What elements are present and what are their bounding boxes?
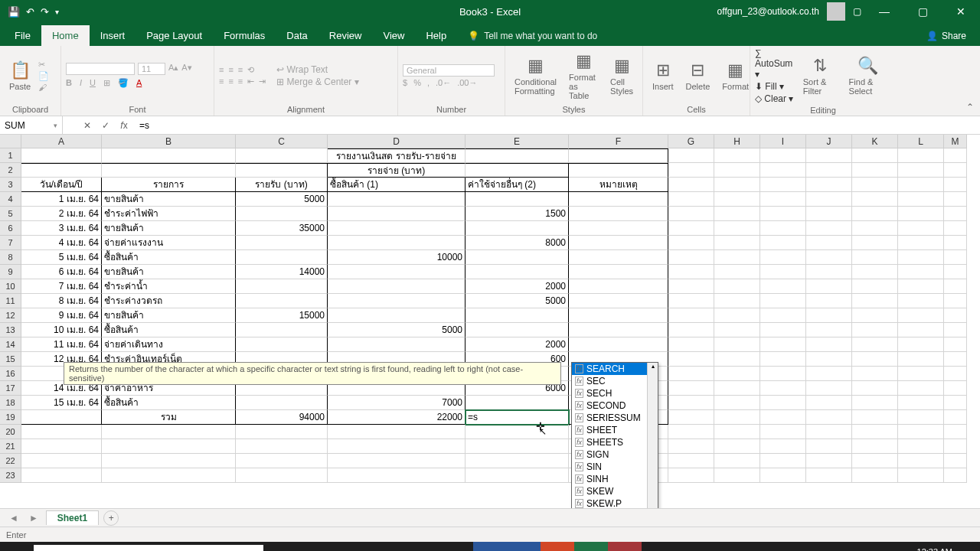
cell[interactable] bbox=[760, 396, 806, 410]
cell[interactable] bbox=[714, 207, 760, 221]
cell[interactable]: 10000 bbox=[328, 250, 466, 265]
cell[interactable] bbox=[852, 454, 898, 468]
delete-cells-button[interactable]: ⊟Delete bbox=[681, 59, 715, 93]
cell[interactable] bbox=[668, 221, 714, 236]
cell[interactable] bbox=[668, 425, 714, 439]
cell[interactable] bbox=[806, 207, 852, 221]
cell[interactable] bbox=[944, 148, 967, 163]
undo-icon[interactable]: ↶ bbox=[26, 6, 34, 18]
cell[interactable] bbox=[668, 294, 714, 308]
cell[interactable] bbox=[466, 425, 569, 439]
cell[interactable]: จ่ายค่าแรงงาน bbox=[102, 236, 236, 250]
cell[interactable] bbox=[102, 468, 236, 483]
cell[interactable] bbox=[714, 396, 760, 410]
cell[interactable] bbox=[466, 265, 569, 279]
cell[interactable] bbox=[852, 352, 898, 367]
cut-icon[interactable]: ✂ bbox=[38, 60, 49, 70]
cell[interactable] bbox=[466, 323, 569, 337]
row-header[interactable]: 12 bbox=[0, 308, 21, 323]
format-table-button[interactable]: ▦Format as Table bbox=[564, 50, 603, 102]
cell[interactable]: ชำระค่างวดรถ bbox=[102, 294, 236, 308]
cell[interactable] bbox=[714, 454, 760, 468]
row-header[interactable]: 13 bbox=[0, 323, 21, 337]
cell[interactable] bbox=[760, 250, 806, 265]
save-icon[interactable]: 💾 bbox=[8, 6, 20, 18]
decimal-dec-icon[interactable]: .00→ bbox=[457, 78, 477, 87]
merge-center-button[interactable]: ⊞ Merge & Center ▾ bbox=[276, 77, 358, 87]
cell[interactable]: ขายสินค้า bbox=[102, 265, 236, 279]
cell[interactable]: ขายสินค้า bbox=[102, 308, 236, 323]
cell[interactable] bbox=[466, 250, 569, 265]
row-header[interactable]: 22 bbox=[0, 454, 21, 468]
cell[interactable] bbox=[806, 323, 852, 337]
function-option[interactable]: SHEETS bbox=[572, 436, 658, 448]
cell[interactable] bbox=[466, 192, 569, 207]
cell[interactable] bbox=[760, 207, 806, 221]
cell[interactable] bbox=[806, 396, 852, 410]
cell[interactable] bbox=[944, 236, 967, 250]
cell[interactable] bbox=[569, 192, 668, 207]
cell[interactable] bbox=[898, 396, 944, 410]
col-header[interactable]: A bbox=[21, 135, 102, 148]
cell[interactable] bbox=[102, 148, 236, 163]
cell[interactable] bbox=[898, 279, 944, 294]
cell[interactable] bbox=[328, 221, 466, 236]
cell[interactable] bbox=[944, 250, 967, 265]
avatar[interactable] bbox=[827, 2, 845, 21]
align-right-icon[interactable]: ≡ bbox=[238, 77, 243, 86]
cell[interactable] bbox=[944, 468, 967, 483]
cell[interactable]: 5000 bbox=[236, 192, 328, 207]
cell[interactable] bbox=[21, 148, 102, 163]
fill-color-icon[interactable]: 🪣 bbox=[118, 78, 129, 88]
tab-review[interactable]: Review bbox=[318, 25, 373, 46]
tab-file[interactable]: File bbox=[4, 25, 41, 46]
cell[interactable] bbox=[806, 221, 852, 236]
sort-filter-button[interactable]: ⇅Sort & Filter bbox=[799, 54, 841, 97]
cell[interactable]: 6 เม.ย. 64 bbox=[21, 265, 102, 279]
cell[interactable]: ชำระค่าน้ำ bbox=[102, 279, 236, 294]
minimize-button[interactable]: — bbox=[869, 0, 900, 23]
cell[interactable] bbox=[806, 236, 852, 250]
cell[interactable] bbox=[466, 439, 569, 454]
cell[interactable] bbox=[944, 323, 967, 337]
cell[interactable]: 10 เม.ย. 64 bbox=[21, 323, 102, 337]
cell[interactable] bbox=[21, 439, 102, 454]
cell[interactable]: 3 เม.ย. 64 bbox=[21, 221, 102, 236]
sheet-prev-icon[interactable]: ◄ bbox=[6, 513, 21, 523]
border-icon[interactable]: ⊞ bbox=[103, 78, 110, 88]
cell[interactable]: รวม bbox=[102, 410, 236, 425]
cell[interactable] bbox=[898, 308, 944, 323]
word-icon-2[interactable]: W bbox=[507, 542, 541, 551]
row-header[interactable]: 17 bbox=[0, 381, 21, 396]
function-option[interactable]: SHEET bbox=[572, 424, 658, 436]
cell[interactable] bbox=[760, 308, 806, 323]
cell[interactable] bbox=[852, 250, 898, 265]
cell[interactable] bbox=[944, 207, 967, 221]
cell[interactable]: ชำระค่าไฟฟ้า bbox=[102, 207, 236, 221]
cell[interactable]: 2000 bbox=[466, 279, 569, 294]
cell[interactable] bbox=[668, 468, 714, 483]
cell[interactable] bbox=[898, 148, 944, 163]
cell[interactable] bbox=[806, 308, 852, 323]
cell[interactable] bbox=[569, 236, 668, 250]
task-view-icon[interactable]: ◫ bbox=[271, 542, 305, 551]
cell[interactable] bbox=[760, 454, 806, 468]
tray-clock[interactable]: 12:33 AM4/18/2021 bbox=[915, 547, 952, 551]
cancel-formula-icon[interactable]: ✕ bbox=[78, 120, 96, 131]
insert-cells-button[interactable]: ⊞Insert bbox=[648, 59, 678, 93]
cell[interactable] bbox=[466, 221, 569, 236]
col-header[interactable]: F bbox=[569, 135, 668, 148]
cell[interactable] bbox=[852, 192, 898, 207]
cell[interactable]: ค่าใช้จ่ายอื่นๆ (2) bbox=[466, 178, 569, 192]
cell[interactable] bbox=[852, 410, 898, 425]
format-cells-button[interactable]: ▦Format bbox=[717, 59, 753, 93]
select-all-corner[interactable] bbox=[0, 135, 21, 148]
sheet-next-icon[interactable]: ► bbox=[26, 513, 41, 523]
redo-icon[interactable]: ↷ bbox=[41, 6, 49, 18]
tab-data[interactable]: Data bbox=[276, 25, 318, 46]
cell[interactable] bbox=[944, 294, 967, 308]
tab-home[interactable]: Home bbox=[41, 25, 90, 46]
cell[interactable] bbox=[852, 163, 898, 178]
sheet-tab[interactable]: Sheet1 bbox=[46, 510, 99, 525]
row-header[interactable]: 15 bbox=[0, 352, 21, 367]
